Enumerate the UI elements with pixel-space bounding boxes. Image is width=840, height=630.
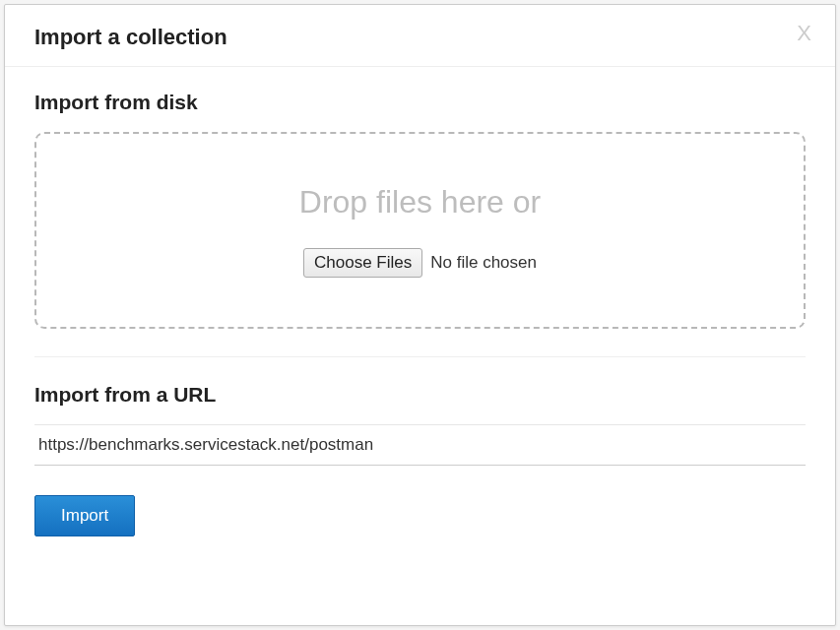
choose-files-button[interactable]: Choose Files [303,248,422,278]
url-input[interactable] [34,424,806,466]
close-icon[interactable]: X [797,23,811,44]
import-collection-modal: Import a collection X Import from disk D… [4,4,836,626]
import-from-disk-title: Import from disk [34,91,806,114]
modal-header: Import a collection X [5,5,835,67]
import-button[interactable]: Import [34,495,135,536]
modal-title: Import a collection [34,25,806,50]
section-divider [34,356,806,357]
file-chooser: Choose Files No file chosen [303,248,537,278]
import-from-url-title: Import from a URL [34,383,806,407]
file-dropzone[interactable]: Drop files here or Choose Files No file … [34,132,806,329]
drop-files-text: Drop files here or [299,184,541,220]
modal-body: Import from disk Drop files here or Choo… [5,67,835,625]
file-chosen-status: No file chosen [430,253,537,273]
